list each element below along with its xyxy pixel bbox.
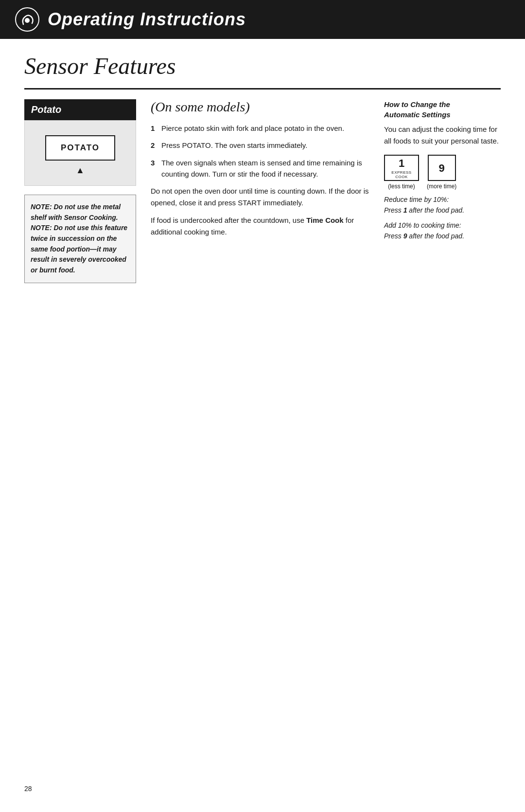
step-2-text: Press POTATO. The oven starts immediatel…: [161, 140, 307, 151]
reduce-title: Reduce time by 10%:: [384, 196, 449, 203]
how-to-title-line1: How to Change the: [384, 100, 450, 108]
page-number: 28: [24, 785, 32, 793]
step-2-num: 2: [151, 140, 158, 151]
svg-point-1: [25, 18, 30, 23]
step-3-num: 3: [151, 157, 158, 180]
paragraph-1: Do not open the oven door until time is …: [151, 185, 369, 209]
step-3-text: The oven signals when steam is sensed an…: [161, 157, 369, 180]
middle-column: (On some models) 1 Pierce potato skin wi…: [136, 90, 384, 283]
potato-arrow-icon: ▲: [76, 165, 85, 176]
key-9-caption: (more time): [427, 183, 456, 190]
step-1-num: 1: [151, 123, 158, 134]
how-to-title-line2: Automatic Settings: [384, 110, 451, 119]
key-1-button: 1 EXPRESS COOK: [384, 155, 419, 181]
key-1-wrap: 1 EXPRESS COOK (less time): [384, 155, 419, 190]
page-header: Operating Instructions: [0, 0, 525, 39]
key-9-button: 9: [428, 155, 456, 181]
key-9-wrap: 9 (more time): [427, 155, 456, 190]
left-column: Potato POTATO ▲ NOTE: Do not use the met…: [24, 90, 136, 283]
add-note: Add 10% to cooking time: Press 9 after t…: [384, 220, 501, 241]
add-instruction: Press 9 after the food pad.: [384, 232, 464, 240]
step-3: 3 The oven signals when steam is sensed …: [151, 157, 369, 180]
step-2: 2 Press POTATO. The oven starts immediat…: [151, 140, 369, 151]
step-1: 1 Pierce potato skin with fork and place…: [151, 123, 369, 134]
potato-button-display: POTATO: [45, 135, 115, 161]
brand-logo-icon: [15, 7, 40, 32]
paragraph-2-bold: Time Cook: [306, 216, 343, 224]
right-column: How to Change the Automatic Settings You…: [384, 90, 501, 283]
potato-display-box: POTATO ▲: [24, 120, 136, 186]
note-text: NOTE: Do not use the metal shelf with Se…: [31, 202, 130, 276]
key-buttons-row: 1 EXPRESS COOK (less time) 9 (more time): [384, 155, 501, 190]
how-to-title: How to Change the Automatic Settings: [384, 99, 501, 120]
step-1-text: Pierce potato skin with fork and place p…: [161, 123, 344, 134]
paragraph-2-start: If food is undercooked after the countdo…: [151, 216, 306, 224]
adjust-text: You can adjust the cooking time for all …: [384, 124, 501, 147]
reduce-instruction: Press 1 after the food pad.: [384, 206, 464, 214]
steps-list: 1 Pierce potato skin with fork and place…: [151, 123, 369, 180]
potato-section-header: Potato: [24, 99, 136, 120]
on-some-models-subtitle: (On some models): [151, 99, 369, 115]
key-9-num: 9: [439, 162, 445, 174]
reduce-note: Reduce time by 10%: Press 1 after the fo…: [384, 195, 501, 216]
add-title: Add 10% to cooking time:: [384, 221, 461, 229]
header-title: Operating Instructions: [48, 9, 246, 30]
key-1-label: EXPRESS COOK: [388, 170, 415, 179]
key-1-num: 1: [399, 158, 404, 169]
main-content: Potato POTATO ▲ NOTE: Do not use the met…: [0, 90, 525, 283]
section-title: Sensor Features: [0, 39, 525, 88]
paragraph-2: If food is undercooked after the countdo…: [151, 215, 369, 238]
key-1-caption: (less time): [388, 183, 415, 190]
note-box: NOTE: Do not use the metal shelf with Se…: [24, 195, 136, 283]
